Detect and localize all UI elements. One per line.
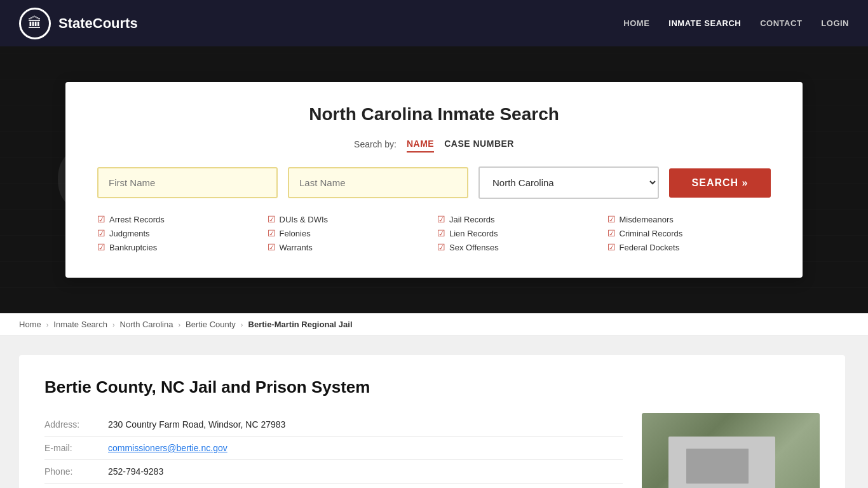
feature-item: ☑Misdemeanors [607, 214, 771, 224]
feature-item: ☑Felonies [268, 228, 431, 238]
feature-item: ☑Federal Dockets [607, 242, 771, 252]
feature-label: Judgments [109, 229, 150, 238]
features-grid: ☑Arrest Records☑DUIs & DWIs☑Jail Records… [97, 214, 771, 252]
facility-title: Bertie County, NC Jail and Prison System [44, 377, 820, 397]
first-name-input[interactable] [97, 167, 278, 198]
feature-item: ☑Lien Records [437, 228, 601, 238]
tab-case-number[interactable]: CASE NUMBER [444, 136, 514, 152]
breadcrumb-separator: › [178, 321, 180, 329]
state-select[interactable]: North Carolina [478, 166, 659, 199]
check-icon: ☑ [97, 214, 105, 224]
search-card: North Carolina Inmate Search Search by: … [65, 82, 803, 278]
main-content: Bertie County, NC Jail and Prison System… [0, 336, 868, 488]
site-logo-text: StateCourts [58, 15, 138, 32]
feature-item: ☑Sex Offenses [437, 242, 601, 252]
feature-item: ☑Criminal Records [607, 228, 771, 238]
breadcrumb-link[interactable]: North Carolina [120, 320, 173, 329]
feature-label: Arrest Records [109, 215, 165, 224]
check-icon: ☑ [607, 242, 616, 252]
breadcrumb-separator: › [112, 321, 115, 329]
feature-label: Warrants [280, 243, 313, 252]
feature-label: Lien Records [449, 229, 498, 238]
breadcrumb-link[interactable]: Bertie County [186, 320, 236, 329]
feature-label: Jail Records [449, 215, 495, 224]
feature-label: Sex Offenses [449, 243, 499, 252]
feature-label: DUIs & DWIs [280, 215, 329, 224]
breadcrumb-separator: › [241, 321, 243, 329]
check-icon: ☑ [268, 228, 276, 238]
feature-item: ☑Warrants [268, 242, 431, 252]
info-section: Address: 230 Country Farm Road, Windsor,… [44, 413, 820, 488]
feature-label: Misdemeanors [620, 215, 674, 224]
search-by-label: Search by: [354, 139, 397, 149]
email-link[interactable]: commissioners@bertie.nc.gov [108, 443, 227, 453]
check-icon: ☑ [437, 242, 445, 252]
site-header: 🏛 StateCourts HOME INMATE SEARCH CONTACT… [0, 0, 868, 46]
feature-item: ☑Bankruptcies [97, 242, 261, 252]
check-icon: ☑ [607, 228, 616, 238]
main-nav: HOME INMATE SEARCH CONTACT LOGIN [623, 18, 849, 28]
email-row: E-mail: commissioners@bertie.nc.gov [44, 437, 623, 460]
feature-label: Bankruptcies [109, 243, 157, 252]
search-inputs-row: North Carolina SEARCH » [97, 166, 771, 199]
breadcrumb-link[interactable]: Inmate Search [53, 320, 107, 329]
search-by-row: Search by: NAME CASE NUMBER [97, 136, 771, 152]
feature-item: ☑Judgments [97, 228, 261, 238]
check-icon: ☑ [268, 214, 276, 224]
check-icon: ☑ [97, 228, 105, 238]
feature-label: Criminal Records [620, 229, 683, 238]
hero-section: North Carolina Inmate Search Search by: … [0, 46, 868, 313]
feature-item: ☑DUIs & DWIs [268, 214, 431, 224]
facility-image [642, 413, 820, 488]
breadcrumb-separator: › [46, 321, 49, 329]
phone-value: 252-794-9283 [108, 466, 163, 477]
breadcrumb: Home›Inmate Search›North Carolina›Bertie… [0, 313, 868, 336]
phone-row: Phone: 252-794-9283 [44, 460, 623, 484]
nav-login[interactable]: LOGIN [821, 18, 849, 28]
address-label: Address: [44, 419, 95, 430]
nav-contact[interactable]: CONTACT [760, 18, 802, 28]
check-icon: ☑ [437, 228, 445, 238]
search-button[interactable]: SEARCH » [669, 168, 771, 198]
nav-home[interactable]: HOME [623, 18, 649, 28]
fax-row: Fax: 252-794-5346 [44, 484, 623, 488]
info-table: Address: 230 Country Farm Road, Windsor,… [44, 413, 623, 488]
last-name-input[interactable] [288, 167, 468, 198]
feature-label: Federal Dockets [620, 243, 680, 252]
logo-area: 🏛 StateCourts [19, 8, 138, 39]
check-icon: ☑ [97, 242, 105, 252]
tab-name[interactable]: NAME [407, 136, 434, 152]
breadcrumb-link[interactable]: Home [19, 320, 41, 329]
nav-inmate-search[interactable]: INMATE SEARCH [668, 18, 741, 28]
address-value: 230 Country Farm Road, Windsor, NC 27983 [108, 419, 285, 430]
feature-label: Felonies [280, 229, 311, 238]
content-card: Bertie County, NC Jail and Prison System… [19, 355, 845, 488]
check-icon: ☑ [607, 214, 616, 224]
check-icon: ☑ [437, 214, 445, 224]
phone-label: Phone: [44, 466, 95, 477]
card-title: North Carolina Inmate Search [97, 104, 771, 125]
email-label: E-mail: [44, 443, 95, 453]
address-row: Address: 230 Country Farm Road, Windsor,… [44, 413, 623, 437]
feature-item: ☑Jail Records [437, 214, 601, 224]
logo-icon: 🏛 [19, 8, 51, 39]
check-icon: ☑ [268, 242, 276, 252]
feature-item: ☑Arrest Records [97, 214, 261, 224]
breadcrumb-current: Bertie-Martin Regional Jail [248, 320, 353, 329]
